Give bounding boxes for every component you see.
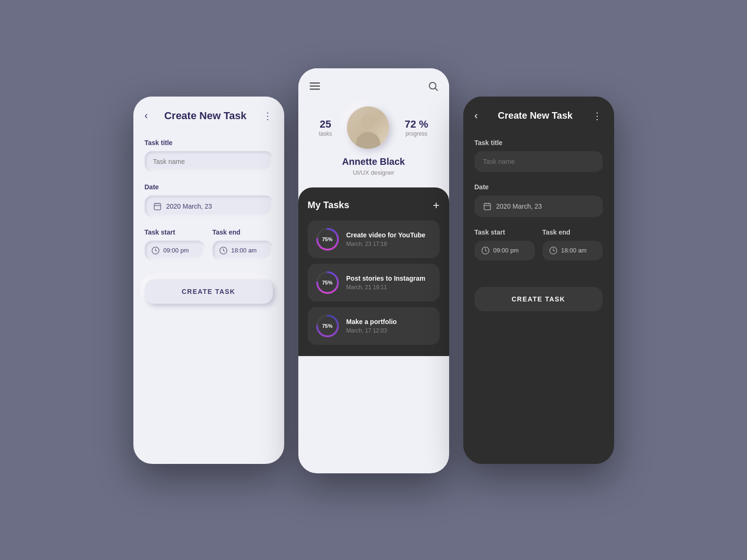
task-start-value: 09:00 pm (164, 247, 189, 254)
date-picker-dark[interactable]: 2020 March, 23 (475, 195, 603, 217)
task-info-1: Create video for YouTube March, 23 17:18 (346, 231, 432, 247)
tasks-header: My Tasks + (308, 199, 440, 212)
hamburger-icon[interactable] (310, 82, 320, 92)
task-end-label-dark: Task end (542, 228, 603, 236)
phone-dark: ‹ Create New Task ⋮ Task title Date 2020… (463, 97, 614, 464)
clock-icon-end (219, 246, 228, 255)
progress-label-1: 75% (322, 236, 332, 242)
profile-role: UI/UX designer (310, 169, 438, 176)
clock-icon-start (151, 246, 160, 255)
task-end-value-dark: 18:00 am (561, 247, 587, 254)
task-end-picker[interactable]: 18:00 am (213, 241, 273, 260)
task-card-3[interactable]: 75% Make a portfolio March, 17 12:03 (308, 307, 440, 345)
svg-line-10 (435, 88, 437, 90)
task-title-label: Task title (145, 139, 273, 146)
task-name-3: Make a portfolio (346, 318, 432, 325)
back-button[interactable]: ‹ (145, 110, 148, 122)
middle-bottom: My Tasks + 75 (298, 187, 449, 356)
phone-light: ‹ Create New Task ⋮ Task title Date 2020… (133, 97, 284, 464)
profile-name: Annette Black (310, 156, 438, 167)
progress-ring-2: 75% (315, 270, 340, 295)
calendar-icon (153, 202, 162, 211)
task-name-2: Post stories to Instagram (346, 275, 432, 282)
task-end-label: Task end (213, 228, 273, 236)
task-start-value-dark: 09:00 pm (493, 247, 519, 254)
middle-top: 25 tasks 72 % progress Annette Black UI/… (298, 68, 449, 187)
task-start-col-dark: Task start 09:00 pm (475, 228, 535, 260)
phone-middle: 25 tasks 72 % progress Annette Black UI/… (298, 68, 449, 473)
page-title: Create New Task (164, 110, 246, 122)
date-value: 2020 March, 23 (166, 203, 212, 210)
create-task-button[interactable]: CREATE TASK (145, 279, 273, 304)
task-start-label-dark: Task start (475, 228, 535, 236)
create-task-button-dark[interactable]: CREATE TASK (475, 287, 603, 311)
task-end-value: 18:00 am (231, 247, 257, 254)
progress-stat: 72 % progress (404, 118, 428, 137)
task-end-col: Task end 18:00 am (213, 228, 273, 260)
task-name-1: Create video for YouTube (346, 231, 432, 239)
dark-content: ‹ Create New Task ⋮ Task title Date 2020… (463, 97, 614, 325)
date-value-dark: 2020 March, 23 (496, 203, 542, 210)
search-icon[interactable] (428, 81, 438, 93)
page-title-dark: Create New Task (498, 110, 573, 121)
phones-container: ‹ Create New Task ⋮ Task title Date 2020… (115, 68, 633, 492)
profile-section: 25 tasks 72 % progress (310, 106, 438, 149)
my-tasks-title: My Tasks (308, 200, 350, 211)
add-task-button[interactable]: + (433, 199, 439, 212)
task-name-input-dark[interactable] (475, 151, 603, 172)
task-start-picker-dark[interactable]: 09:00 pm (475, 241, 535, 260)
progress-ring-1: 75% (315, 227, 340, 252)
task-card-1[interactable]: 75% Create video for YouTube March, 23 1… (308, 220, 440, 258)
date-picker[interactable]: 2020 March, 23 (145, 195, 273, 217)
progress-ring-3: 75% (315, 314, 340, 338)
task-end-picker-dark[interactable]: 18:00 am (542, 241, 603, 260)
task-card-2[interactable]: 75% Post stories to Instagram March, 21 … (308, 264, 440, 301)
task-title-label-dark: Task title (475, 139, 603, 146)
tasks-count: 25 (319, 118, 332, 130)
light-header: ‹ Create New Task ⋮ (145, 110, 273, 122)
time-row-dark: Task start 09:00 pm Task end (475, 228, 603, 260)
clock-icon-start-dark (481, 246, 490, 255)
time-row: Task start 09:00 pm Task end (145, 228, 273, 260)
middle-header (310, 81, 438, 93)
svg-rect-7 (310, 85, 320, 87)
task-end-col-dark: Task end 18:00 am (542, 228, 603, 260)
back-button-dark[interactable]: ‹ (475, 110, 478, 122)
tasks-label: tasks (319, 130, 332, 137)
date-label-dark: Date (475, 183, 603, 191)
task-date-1: March, 23 17:18 (346, 241, 432, 247)
progress-value: 72 % (404, 118, 428, 130)
date-label: Date (145, 183, 273, 191)
progress-label-2: 75% (322, 280, 332, 285)
svg-rect-0 (154, 203, 161, 210)
light-content: ‹ Create New Task ⋮ Task title Date 2020… (133, 97, 284, 317)
task-date-2: March, 21 19:11 (346, 284, 432, 291)
task-info-2: Post stories to Instagram March, 21 19:1… (346, 275, 432, 291)
dark-header: ‹ Create New Task ⋮ (475, 110, 603, 122)
more-button-dark[interactable]: ⋮ (592, 110, 602, 122)
avatar (347, 106, 389, 149)
calendar-icon-dark (483, 202, 492, 211)
task-start-label: Task start (145, 228, 205, 236)
svg-rect-6 (310, 82, 320, 84)
svg-rect-17 (484, 203, 491, 210)
progress-label-3: 75% (322, 323, 332, 329)
task-info-3: Make a portfolio March, 17 12:03 (346, 318, 432, 334)
tasks-stat: 25 tasks (319, 118, 332, 137)
task-name-input[interactable] (145, 151, 273, 172)
task-date-3: March, 17 12:03 (346, 327, 432, 334)
more-button[interactable]: ⋮ (263, 110, 273, 122)
task-start-picker[interactable]: 09:00 pm (145, 241, 205, 260)
clock-icon-end-dark (549, 246, 558, 255)
progress-label: progress (404, 130, 428, 137)
svg-rect-8 (310, 89, 320, 90)
task-start-col: Task start 09:00 pm (145, 228, 205, 260)
